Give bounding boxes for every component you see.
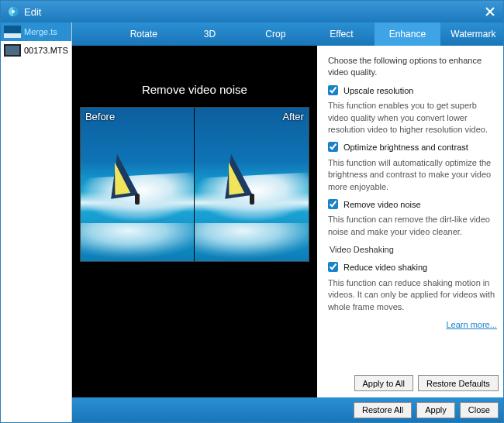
edit-window: Edit Merge.ts 00173.MTS Rotate 3D — [0, 0, 504, 423]
option-noise: Remove video noise — [328, 199, 497, 211]
option-brightness: Optimize brightness and contrast — [328, 142, 497, 153]
options-wrap: Choose the following options to enhance … — [317, 46, 503, 397]
panel-buttons: Apply to All Restore Defaults — [317, 370, 503, 397]
tab-3d[interactable]: 3D — [177, 22, 243, 46]
svg-point-1 — [12, 10, 15, 13]
upscale-desc: This function enables you to get superb … — [328, 100, 497, 136]
pane-after: After — [195, 108, 309, 261]
shaking-label[interactable]: Reduce video shaking — [343, 263, 427, 272]
brightness-checkbox[interactable] — [328, 142, 338, 152]
deshake-heading: Video Deshaking — [330, 244, 497, 256]
titlebar: Edit — [1, 1, 503, 22]
preview-image-after — [195, 108, 309, 261]
preview-title: Remove video noise — [80, 83, 309, 96]
close-button[interactable]: Close — [460, 402, 499, 418]
file-thumb-icon — [4, 44, 21, 57]
option-shaking: Reduce video shaking — [328, 262, 497, 273]
body: Merge.ts 00173.MTS Rotate 3D Crop Effect… — [1, 22, 503, 422]
before-label: Before — [85, 111, 115, 122]
tab-effect[interactable]: Effect — [309, 22, 375, 46]
shaking-desc: This function can reduce shaking motion … — [328, 277, 497, 313]
tabbar: Rotate 3D Crop Effect Enhance Watermark — [72, 22, 503, 46]
apply-to-all-button[interactable]: Apply to All — [354, 375, 413, 391]
file-thumb-icon — [4, 26, 21, 38]
sidebar-item-00173[interactable]: 00173.MTS — [1, 41, 71, 60]
tab-rotate[interactable]: Rotate — [111, 22, 177, 46]
restore-all-button[interactable]: Restore All — [354, 402, 412, 418]
learn-more-row: Learn more... — [328, 319, 497, 331]
sidebar-item-label: Merge.ts — [24, 27, 57, 36]
content: Remove video noise Before After — [72, 46, 503, 397]
sidebar-item-merge[interactable]: Merge.ts — [1, 22, 71, 41]
preview-image-before — [81, 108, 195, 261]
option-upscale: Upscale resolution — [328, 85, 497, 97]
svg-rect-5 — [5, 46, 19, 55]
apply-button[interactable]: Apply — [416, 402, 455, 418]
main: Rotate 3D Crop Effect Enhance Watermark … — [72, 22, 503, 422]
brightness-desc: This function will automatically optimiz… — [328, 157, 497, 193]
preview-area: Remove video noise Before After — [72, 46, 317, 397]
file-sidebar: Merge.ts 00173.MTS — [1, 22, 72, 422]
noise-label[interactable]: Remove video noise — [343, 200, 421, 209]
window-title: Edit — [24, 6, 483, 18]
intro-text: Choose the following options to enhance … — [328, 55, 497, 79]
footer: Restore All Apply Close — [72, 397, 503, 422]
noise-checkbox[interactable] — [328, 199, 338, 209]
svg-rect-3 — [4, 33, 21, 38]
enhance-options: Choose the following options to enhance … — [317, 46, 503, 370]
tab-watermark[interactable]: Watermark — [440, 22, 503, 46]
after-label: After — [282, 111, 303, 122]
compare-view: Before After — [80, 107, 309, 262]
restore-defaults-button[interactable]: Restore Defaults — [418, 375, 499, 391]
pane-before: Before — [81, 108, 195, 261]
learn-more-link[interactable]: Learn more... — [446, 320, 496, 329]
tab-crop[interactable]: Crop — [243, 22, 309, 46]
sidebar-item-label: 00173.MTS — [24, 46, 68, 55]
upscale-checkbox[interactable] — [328, 85, 338, 95]
upscale-label[interactable]: Upscale resolution — [343, 86, 414, 95]
close-icon[interactable] — [483, 5, 497, 19]
app-icon — [7, 5, 19, 18]
brightness-label[interactable]: Optimize brightness and contrast — [343, 143, 468, 152]
shaking-checkbox[interactable] — [328, 262, 338, 272]
noise-desc: This function can remove the dirt-like v… — [328, 214, 497, 238]
tab-enhance[interactable]: Enhance — [375, 22, 440, 46]
